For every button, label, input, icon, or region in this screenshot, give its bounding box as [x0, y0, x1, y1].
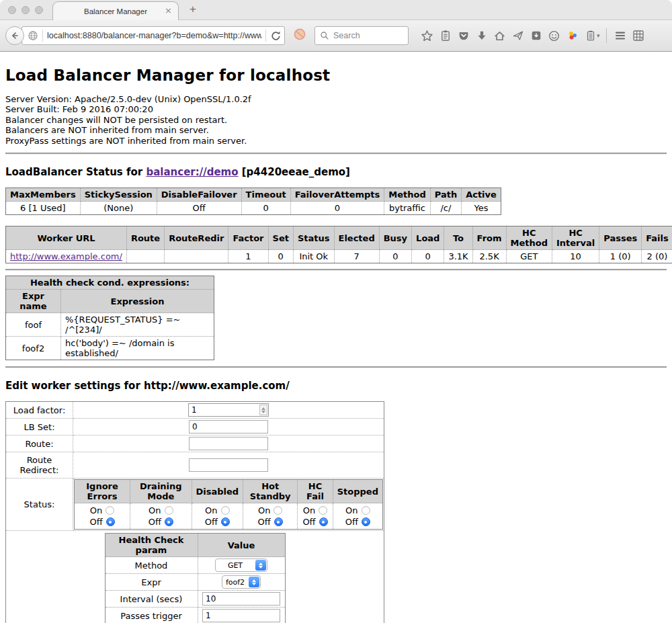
col-ignore-errors: Ignore Errors — [75, 480, 130, 503]
col-stickysession: StickySession — [80, 188, 157, 202]
search-icon — [320, 31, 329, 40]
page-title: Load Balancer Manager for localhost — [5, 52, 667, 84]
feedback-smiley-icon[interactable] — [545, 27, 563, 44]
worker-table: Worker URL Route RouteRedir Factor Set S… — [5, 226, 672, 263]
table-header-row: Expr name Expression — [6, 290, 214, 313]
route-input[interactable] — [189, 437, 268, 450]
hc-fail-off-radio[interactable] — [319, 517, 328, 526]
cell-failoverattempts: 0 — [290, 202, 384, 215]
ignore-errors-off-radio[interactable] — [106, 517, 115, 526]
col-disablefailover: DisableFailover — [157, 188, 241, 202]
form-row-route: Route: — [6, 435, 384, 452]
search-bar[interactable]: Search — [314, 26, 409, 45]
cell-status: Init Ok — [293, 250, 334, 263]
radio-off-label: Off — [302, 516, 315, 528]
number-stepper-icon[interactable] — [259, 405, 267, 415]
cell-maxmembers: 6 [1 Used] — [6, 202, 81, 215]
downloads-icon[interactable] — [472, 27, 491, 44]
select-stepper-icon — [249, 577, 259, 587]
balancer-status-table: MaxMembers StickySession DisableFailover… — [5, 188, 501, 215]
interval-input[interactable] — [202, 592, 280, 606]
toolbar-buttons: ▾ — [418, 27, 648, 44]
method-select[interactable]: GET — [215, 558, 267, 572]
table-row: Passes trigger — [105, 608, 285, 623]
draining-mode-on-radio[interactable] — [165, 506, 173, 515]
lb-set-input[interactable] — [189, 420, 268, 433]
form-row-route-redirect: Route Redirect: — [6, 452, 384, 479]
cell-to: 3.1K — [444, 250, 472, 263]
content-blocker-icon[interactable] — [293, 28, 306, 44]
cell-hc-method: GET — [506, 250, 552, 263]
expr-label: Expr — [105, 574, 198, 591]
url-input[interactable]: localhost:8880/balancer-manager?b=demo&w… — [47, 31, 261, 40]
send-page-icon[interactable] — [509, 27, 527, 44]
navigation-toolbar: localhost:8880/balancer-manager?b=demo&w… — [0, 20, 672, 52]
cell-expr-name: foof2 — [6, 337, 61, 360]
col-elected: Elected — [334, 226, 379, 250]
cell-busy: 0 — [379, 250, 411, 263]
save-page-icon[interactable] — [527, 27, 545, 44]
home-icon[interactable] — [491, 27, 509, 44]
hot-standby-off-radio[interactable] — [274, 517, 283, 526]
col-active: Active — [462, 188, 501, 202]
col-from: From — [472, 226, 506, 250]
form-row-health-check: Health Check param Value Method GET Expr… — [6, 531, 384, 623]
close-window-button[interactable] — [8, 6, 16, 14]
col-status: Status — [293, 226, 334, 250]
url-bar[interactable]: localhost:8880/balancer-manager?b=demo&w… — [22, 26, 285, 45]
table-row: Expr foof2 — [105, 574, 285, 591]
close-tab-icon[interactable]: × — [165, 5, 172, 16]
draining-mode-off-radio[interactable] — [165, 517, 173, 526]
expr-select[interactable]: foof2 — [222, 575, 261, 589]
bookmark-star-icon[interactable] — [418, 27, 436, 44]
pocket-icon[interactable] — [454, 27, 472, 44]
col-value: Value — [198, 534, 285, 557]
minimize-window-button[interactable] — [22, 6, 30, 14]
globe-icon — [28, 30, 38, 41]
col-set: Set — [268, 226, 293, 250]
cell-route — [126, 250, 164, 263]
cell-routeredir — [165, 250, 228, 263]
table-row: foof2 hc('body') =~ /domain is establish… — [6, 337, 214, 360]
ignore-errors-on-radio[interactable] — [106, 506, 114, 515]
route-redirect-input[interactable] — [189, 458, 268, 472]
tab-bar: Balancer Manager × + — [0, 0, 672, 20]
col-to: To — [444, 226, 472, 250]
reading-list-icon[interactable] — [436, 27, 454, 44]
chevron-down-icon[interactable]: ▾ — [597, 32, 600, 39]
tiles-grid-icon[interactable] — [630, 27, 648, 44]
expr-table-title: Health check cond. expressions: — [6, 276, 214, 290]
server-built-line: Server Built: Feb 9 2016 07:00:20 — [5, 104, 667, 114]
worker-url-link[interactable]: http://www.example.com/ — [10, 251, 122, 261]
cell-expr-name: foof — [6, 313, 61, 337]
back-button[interactable] — [5, 26, 24, 45]
stopped-off-radio[interactable] — [362, 517, 370, 526]
passes-trigger-label: Passes trigger — [105, 608, 198, 623]
menu-hamburger-icon[interactable] — [612, 27, 630, 44]
server-info: Server Version: Apache/2.5.0-dev (Unix) … — [5, 94, 667, 146]
hot-standby-on-radio[interactable] — [274, 506, 282, 515]
disabled-on-radio[interactable] — [221, 506, 230, 515]
col-passes: Passes — [599, 226, 642, 250]
cell-from: 2.5K — [472, 250, 506, 263]
tab-title: Balancer Manager — [84, 7, 147, 15]
zoom-window-button[interactable] — [35, 6, 43, 14]
load-factor-input[interactable]: 1 — [188, 403, 269, 417]
tab-balancer-manager[interactable]: Balancer Manager × — [52, 1, 179, 20]
stopped-on-radio[interactable] — [362, 506, 370, 515]
extension-dots-icon[interactable] — [563, 27, 581, 44]
col-expression: Expression — [61, 290, 214, 313]
col-hot-standby: Hot Standby — [243, 480, 298, 503]
reload-icon[interactable] — [270, 30, 282, 42]
window-controls — [8, 6, 43, 14]
hc-fail-on-radio[interactable] — [319, 506, 327, 515]
col-fails: Fails — [642, 226, 672, 250]
disabled-off-radio[interactable] — [221, 517, 230, 526]
search-input[interactable]: Search — [333, 31, 360, 40]
page-content: Load Balancer Manager for localhost Serv… — [0, 52, 672, 623]
table-header-row: Ignore Errors Draining Mode Disabled Hot… — [75, 480, 383, 503]
new-tab-button[interactable]: + — [190, 3, 196, 16]
passes-trigger-input[interactable] — [202, 609, 280, 622]
balancer-demo-link[interactable]: balancer://demo — [146, 166, 238, 178]
load-factor-value: 1 — [189, 405, 259, 415]
